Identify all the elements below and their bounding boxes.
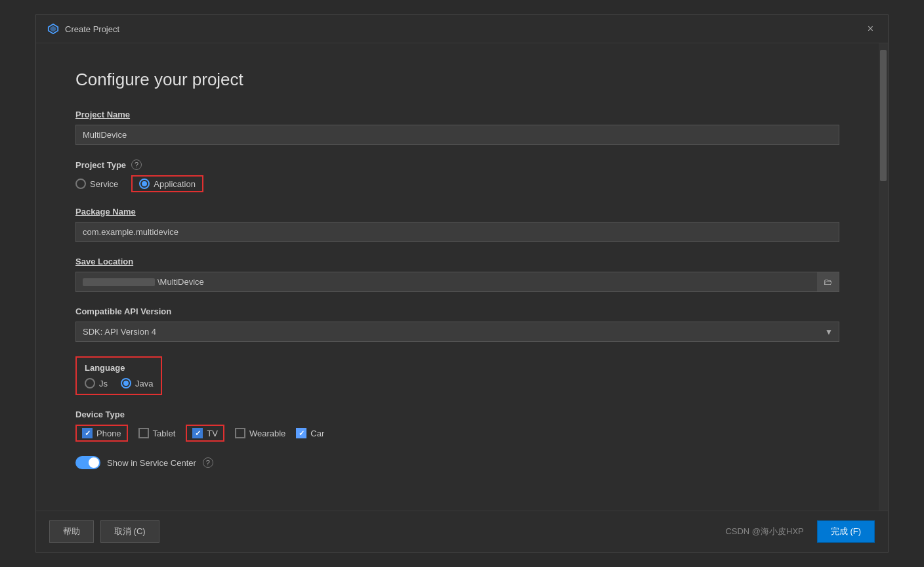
- checkbox-tv-box: [192, 428, 203, 438]
- service-center-row: Show in Service Center ?: [75, 456, 839, 469]
- cancel-button[interactable]: 取消 (C): [100, 520, 159, 543]
- project-type-group: Project Type ? Service Application: [75, 159, 839, 192]
- title-bar-left: Create Project: [47, 22, 119, 35]
- project-name-label: Project Name: [75, 110, 839, 119]
- save-location-blur: [83, 278, 155, 286]
- footer-right: CSDN @海小皮HXP 完成 (F): [725, 520, 875, 543]
- radio-circle-service: [75, 178, 86, 189]
- checkbox-tv-label: TV: [207, 429, 218, 438]
- radio-label-service: Service: [90, 179, 118, 189]
- save-location-path: \MultiDevice: [158, 277, 204, 287]
- checkbox-tablet-label: Tablet: [153, 429, 176, 438]
- finish-button[interactable]: 完成 (F): [817, 520, 875, 543]
- service-center-toggle[interactable]: [75, 456, 100, 469]
- toggle-knob: [89, 457, 99, 468]
- checkbox-phone-label: Phone: [96, 429, 121, 438]
- radio-application[interactable]: Application: [139, 178, 196, 189]
- checkbox-car[interactable]: Car: [296, 428, 324, 438]
- checkbox-tv[interactable]: TV: [192, 428, 218, 438]
- checkbox-wearable-box: [235, 428, 245, 438]
- checkbox-wearable-label: Wearable: [249, 429, 285, 438]
- language-label: Language: [85, 363, 153, 373]
- content-area: Configure your project Project Name Proj…: [36, 43, 888, 511]
- project-type-row: Service Application: [75, 175, 839, 192]
- checkbox-phone[interactable]: Phone: [82, 428, 121, 438]
- create-project-dialog: Create Project × Configure your project …: [35, 14, 889, 553]
- checkbox-tablet[interactable]: Tablet: [138, 428, 176, 438]
- main-content: Configure your project Project Name Proj…: [36, 43, 879, 511]
- device-type-label: Device Type: [75, 410, 839, 419]
- watermark-text: CSDN @海小皮HXP: [725, 526, 803, 537]
- device-type-group: Device Type Phone Tablet: [75, 410, 839, 442]
- checkbox-car-label: Car: [310, 429, 324, 438]
- api-version-label: Compatible API Version: [75, 306, 839, 316]
- tv-highlight: TV: [186, 425, 224, 442]
- radio-label-js: Js: [99, 379, 108, 388]
- api-version-select[interactable]: SDK: API Version 4: [75, 322, 839, 342]
- package-name-label: Package Name: [75, 207, 839, 217]
- close-button[interactable]: ×: [864, 22, 877, 36]
- save-location-display: \MultiDevice: [75, 272, 839, 292]
- radio-js[interactable]: Js: [85, 378, 108, 388]
- save-location-input-wrapper: \MultiDevice 🗁: [75, 272, 839, 292]
- save-location-label: Save Location: [75, 257, 839, 266]
- radio-circle-java: [121, 378, 131, 388]
- service-center-label: Show in Service Center: [107, 458, 196, 468]
- device-type-checkboxes: Phone Tablet TV: [75, 425, 839, 442]
- radio-label-java: Java: [135, 379, 153, 388]
- package-name-group: Package Name: [75, 207, 839, 242]
- app-icon: [47, 22, 60, 35]
- language-section: Language Js Java: [75, 356, 162, 395]
- project-name-group: Project Name: [75, 110, 839, 145]
- project-type-help-icon[interactable]: ?: [131, 159, 142, 170]
- page-heading: Configure your project: [75, 70, 839, 90]
- scrollbar-track[interactable]: [879, 43, 888, 511]
- package-name-input[interactable]: [75, 222, 839, 242]
- scrollbar-thumb[interactable]: [880, 50, 887, 181]
- save-location-group: Save Location \MultiDevice 🗁: [75, 257, 839, 292]
- application-highlight: Application: [131, 175, 203, 192]
- project-type-label: Project Type: [75, 160, 126, 170]
- phone-highlight: Phone: [75, 425, 128, 442]
- radio-circle-js: [85, 378, 95, 388]
- footer: 帮助 取消 (C) CSDN @海小皮HXP 完成 (F): [36, 511, 888, 552]
- help-button[interactable]: 帮助: [49, 520, 94, 543]
- service-center-help-icon[interactable]: ?: [203, 457, 213, 468]
- radio-service[interactable]: Service: [75, 178, 118, 189]
- checkbox-car-box: [296, 428, 306, 438]
- radio-label-application: Application: [154, 179, 196, 189]
- project-name-input[interactable]: [75, 125, 839, 145]
- radio-circle-application: [139, 178, 150, 189]
- checkbox-wearable[interactable]: Wearable: [235, 428, 285, 438]
- checkbox-tablet-box: [138, 428, 149, 438]
- dialog-title: Create Project: [65, 24, 119, 34]
- api-version-select-wrapper: SDK: API Version 4 ▼: [75, 322, 839, 342]
- language-group: Language Js Java: [75, 356, 839, 395]
- radio-java[interactable]: Java: [121, 378, 153, 388]
- api-version-group: Compatible API Version SDK: API Version …: [75, 306, 839, 342]
- checkbox-phone-box: [82, 428, 93, 438]
- folder-browse-button[interactable]: 🗁: [817, 272, 839, 292]
- folder-icon: 🗁: [824, 277, 832, 287]
- svg-marker-1: [51, 26, 56, 32]
- title-bar: Create Project ×: [36, 15, 888, 43]
- footer-left: 帮助 取消 (C): [49, 520, 159, 543]
- language-radio-group: Js Java: [85, 378, 153, 388]
